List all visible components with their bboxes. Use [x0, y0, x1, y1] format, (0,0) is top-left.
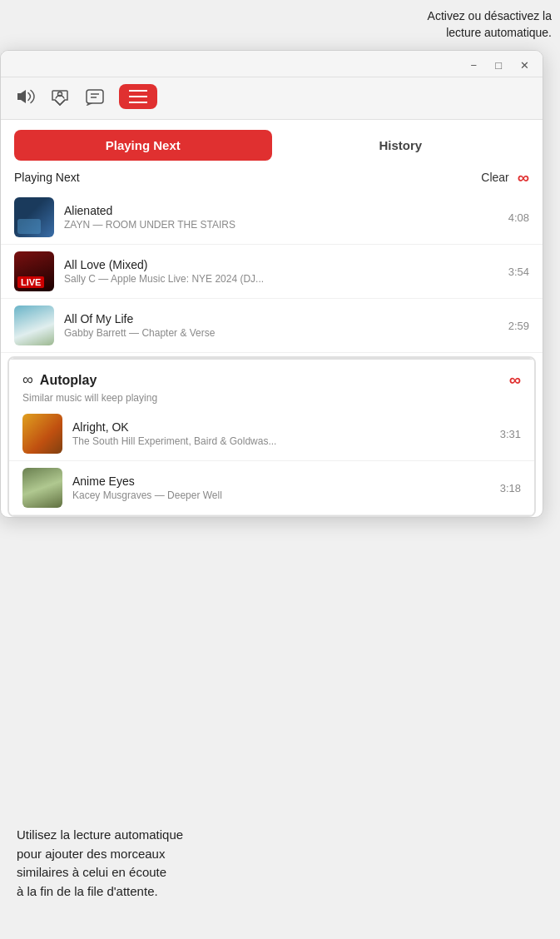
track-sub: Gabby Barrett — Chapter & Verse	[64, 327, 498, 339]
minimize-button[interactable]: −	[468, 57, 481, 73]
track-name: Alienated	[64, 204, 498, 217]
tooltip-bottom-line2: pour ajouter des morceaux	[17, 847, 165, 861]
close-button[interactable]: ✕	[517, 57, 533, 73]
track-item[interactable]: Alright, OK The South Hill Experiment, B…	[9, 407, 534, 461]
autoplay-section: ∞ Autoplay Similar music will keep playi…	[7, 356, 536, 517]
section-header: Playing Next Clear ∞	[1, 161, 543, 191]
title-bar-controls: − □ ✕	[468, 57, 533, 73]
track-art-allofmylife	[14, 306, 54, 345]
airplay-icon[interactable]	[49, 87, 71, 106]
music-queue-window: − □ ✕	[0, 50, 543, 518]
track-art-alright	[22, 414, 62, 454]
track-sub: ZAYN — ROOM UNDER THE STAIRS	[64, 219, 498, 231]
track-art-alllove: LIVE	[14, 251, 54, 291]
track-name: All Of My Life	[64, 312, 498, 325]
tab-history[interactable]: History	[272, 130, 530, 161]
autoplay-track-list: Alright, OK The South Hill Experiment, B…	[9, 407, 534, 515]
tabs: Playing Next History	[1, 120, 543, 161]
tooltip-top-line2: lecture automatique.	[446, 26, 552, 39]
track-info: Alright, OK The South Hill Experiment, B…	[72, 420, 490, 447]
track-info: All Of My Life Gabby Barrett — Chapter &…	[64, 312, 498, 339]
track-name: Alright, OK	[72, 420, 490, 434]
tooltip-bottom-line3: similaires à celui en écoute	[17, 865, 166, 879]
track-name: All Love (Mixed)	[64, 258, 498, 271]
title-bar: − □ ✕	[1, 51, 543, 77]
track-list: Alienated ZAYN — ROOM UNDER THE STAIRS 4…	[1, 191, 543, 353]
autoplay-toggle-right-icon[interactable]: ∞	[509, 371, 521, 388]
section-header-right: Clear ∞	[481, 169, 529, 186]
toolbar	[1, 77, 543, 120]
autoplay-header: ∞ Autoplay Similar music will keep playi…	[9, 358, 534, 407]
track-info: Anime Eyes Kacey Musgraves — Deeper Well	[72, 474, 490, 501]
track-duration: 2:59	[508, 320, 529, 332]
track-art-animeeyes	[22, 468, 62, 508]
tooltip-bottom-line4: à la fin de la file d'attente.	[17, 884, 158, 898]
tooltip-bottom: Utilisez la lecture automatique pour ajo…	[0, 812, 560, 914]
autoplay-title-row: ∞ Autoplay	[22, 371, 157, 389]
track-item[interactable]: LIVE All Love (Mixed) Sally C — Apple Mu…	[1, 245, 543, 299]
lyrics-icon[interactable]	[84, 87, 106, 106]
autoplay-title: Autoplay	[40, 373, 97, 388]
tooltip-top: Activez ou désactivez la lecture automat…	[428, 8, 552, 41]
clear-button[interactable]: Clear	[481, 171, 508, 184]
live-badge: LIVE	[17, 276, 44, 288]
svg-rect-1	[87, 90, 103, 103]
autoplay-sub: Similar music will keep playing	[22, 392, 157, 404]
track-item[interactable]: All Of My Life Gabby Barrett — Chapter &…	[1, 299, 543, 353]
track-sub: Sally C — Apple Music Live: NYE 2024 (DJ…	[64, 273, 498, 285]
track-item[interactable]: Alienated ZAYN — ROOM UNDER THE STAIRS 4…	[1, 191, 543, 245]
autoplay-left: ∞ Autoplay Similar music will keep playi…	[22, 371, 157, 404]
track-art-alienated	[14, 197, 54, 237]
track-name: Anime Eyes	[72, 474, 490, 488]
maximize-button[interactable]: □	[492, 57, 505, 73]
queue-icon[interactable]	[119, 84, 157, 109]
autoplay-infinity-left-icon: ∞	[22, 371, 33, 389]
section-title: Playing Next	[14, 171, 80, 184]
track-duration: 4:08	[508, 211, 529, 224]
track-item[interactable]: Anime Eyes Kacey Musgraves — Deeper Well…	[9, 461, 534, 515]
volume-icon[interactable]	[14, 87, 36, 106]
track-sub: The South Hill Experiment, Baird & Goldw…	[72, 435, 490, 447]
tab-playing-next[interactable]: Playing Next	[14, 130, 272, 161]
tooltip-bottom-line1: Utilisez la lecture automatique	[17, 827, 183, 842]
tooltip-top-line1: Activez ou désactivez la	[428, 9, 552, 22]
autoplay-toggle-icon[interactable]: ∞	[518, 169, 529, 186]
track-duration: 3:54	[508, 266, 529, 278]
track-duration: 3:18	[500, 482, 521, 494]
track-duration: 3:31	[500, 428, 521, 440]
track-info: All Love (Mixed) Sally C — Apple Music L…	[64, 258, 498, 285]
track-sub: Kacey Musgraves — Deeper Well	[72, 489, 490, 501]
track-info: Alienated ZAYN — ROOM UNDER THE STAIRS	[64, 204, 498, 231]
